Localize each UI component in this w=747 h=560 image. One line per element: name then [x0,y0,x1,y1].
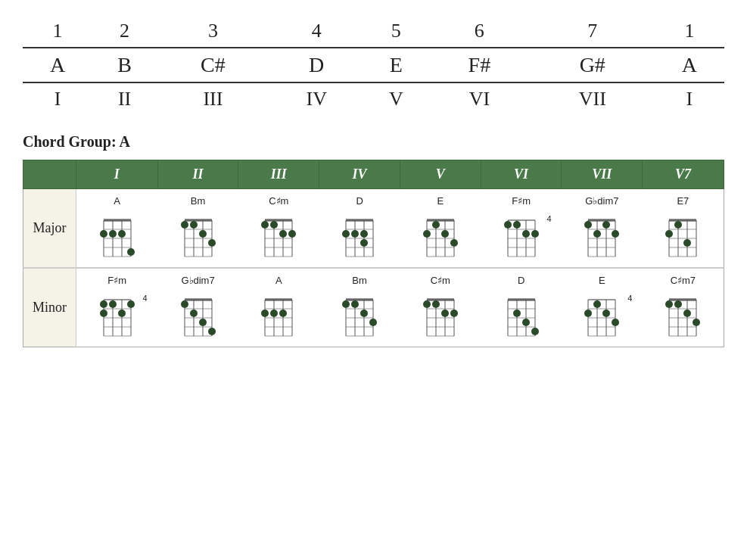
svg-point-139 [208,328,216,335]
svg-point-69 [450,239,458,247]
chord-group-title: Chord Group: A [23,133,724,151]
svg-point-125 [100,310,107,317]
svg-point-13 [127,248,135,256]
svg-point-180 [450,310,458,317]
svg-point-66 [423,230,431,238]
svg-point-178 [432,300,440,308]
svg-point-80 [504,221,512,229]
chord-cell: E [400,189,481,268]
svg-point-95 [593,230,601,238]
svg-point-207 [612,319,619,326]
svg-point-136 [181,300,188,308]
svg-point-150 [261,310,269,317]
minor-section-label: Minor [23,269,76,347]
svg-point-39 [270,221,278,229]
svg-point-218 [665,300,673,308]
svg-point-54 [360,230,368,238]
svg-point-152 [279,310,287,317]
chord-cell: Bm [157,189,238,268]
chord-cell: C♯m [238,189,319,268]
svg-point-137 [190,310,198,317]
svg-point-164 [351,300,359,308]
svg-point-83 [531,230,539,238]
svg-point-52 [342,230,350,238]
svg-point-11 [109,230,117,238]
svg-point-10 [100,230,107,238]
svg-point-138 [199,319,207,326]
svg-point-38 [261,221,269,229]
svg-point-24 [181,221,188,229]
svg-point-204 [584,310,592,317]
chord-cell: F♯m4 [481,189,562,268]
svg-point-97 [612,230,619,238]
svg-point-27 [208,239,216,247]
svg-point-12 [118,230,126,238]
svg-point-53 [351,230,359,238]
chord-cell: C♯m [400,269,481,347]
svg-point-55 [360,239,368,247]
svg-point-123 [118,310,126,317]
chord-table: IIIIIIIVVVIVIIV7 MajorABmC♯mDEF♯m4G♭dim7… [23,160,724,347]
svg-point-165 [360,310,368,317]
chord-cell: F♯m4 [76,269,158,347]
svg-point-177 [423,300,431,308]
chord-cell: D [481,269,562,347]
svg-point-121 [100,300,107,308]
chord-cell: E4 [562,269,643,347]
svg-point-94 [584,221,592,229]
svg-point-163 [342,300,350,308]
svg-point-26 [199,230,207,238]
svg-point-205 [593,300,601,308]
svg-point-219 [674,300,682,308]
scale-table: 12345671 ABC#DEF#G#A IIIIIIIVVVIVIII [23,15,724,115]
svg-point-68 [441,230,449,238]
svg-point-67 [432,221,440,229]
svg-point-96 [602,221,610,229]
svg-point-220 [683,310,691,317]
svg-point-192 [522,319,530,326]
chord-cell: A [76,189,158,268]
svg-point-193 [531,328,539,335]
chord-cell: A [238,269,319,347]
chord-cell: G♭dim7 [157,269,238,347]
svg-point-166 [369,319,377,326]
svg-point-25 [190,221,198,229]
chord-cell: E7 [643,189,724,268]
chord-cell: D [319,189,400,268]
svg-point-124 [127,300,135,308]
svg-point-206 [602,310,610,317]
svg-point-151 [270,310,278,317]
svg-point-191 [513,310,521,317]
chord-cell: C♯m7 [643,269,724,347]
svg-point-109 [674,221,682,229]
svg-point-108 [665,230,673,238]
svg-point-82 [522,230,530,238]
svg-point-110 [683,239,691,247]
svg-point-122 [109,300,117,308]
svg-point-179 [441,310,449,317]
svg-point-40 [279,230,287,238]
major-section-label: Major [23,189,76,268]
svg-point-41 [288,230,296,238]
chord-cell: Bm [319,269,400,347]
svg-point-81 [513,221,521,229]
svg-point-221 [693,319,700,326]
chord-cell: G♭dim7 [562,189,643,268]
